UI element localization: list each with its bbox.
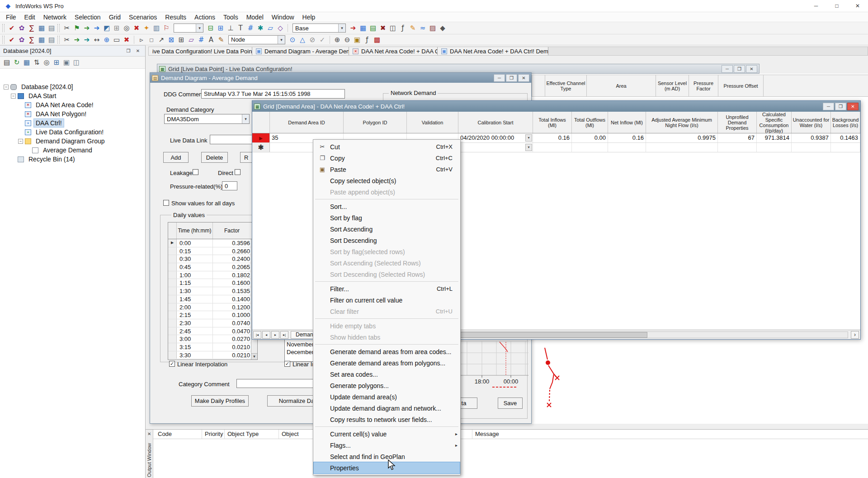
close-button[interactable]: ✕ [847,0,868,12]
direct-checkbox[interactable] [235,169,241,175]
sum-icon[interactable]: ∑ [27,24,37,33]
factor-cell[interactable]: 0.1600 [213,279,251,287]
first-tab-icon[interactable]: |◂ [253,331,261,339]
chevron-down-icon[interactable]: ▾ [338,24,345,32]
grid-cell[interactable]: 0.00 [572,133,608,142]
tree-expand-icon[interactable]: − [4,85,9,90]
column-header-total-outflows-ml[interactable]: Total Outflows (Ml) [572,112,608,133]
scenario-combo[interactable]: Base▾ [292,24,346,33]
tree-item-daa-start[interactable]: −DAA Start [0,91,145,100]
run-icon[interactable]: ➔ [348,24,358,33]
factor-cell[interactable]: 0.1200 [213,303,251,311]
close-panel-icon[interactable]: ✕ [134,47,142,55]
tree-item-average-demand[interactable]: Average Demand [0,146,145,155]
show-values-checkbox[interactable] [163,200,169,206]
factor-cell[interactable]: 0.0210 [213,343,251,351]
scrollbar-thumb[interactable] [456,332,647,338]
tree-item-live-data-configuration[interactable]: ●Live Data Configuration! [0,128,145,137]
time-cell[interactable]: 3:30 [177,351,213,359]
grid-cell[interactable]: 0.9387 [792,133,831,142]
new-window-icon[interactable]: ⊞ [112,24,122,33]
more-tools-icon[interactable]: ◆ [438,24,448,33]
report-icon[interactable]: ▤ [368,24,378,33]
menu-item-results[interactable]: Results [161,12,190,22]
time-cell[interactable]: 0:45 [177,263,213,271]
grid-cell[interactable]: 67 [718,133,757,142]
make-daily-profiles-button[interactable]: Make Daily Profiles [191,395,249,407]
open-list-icon[interactable]: ▤ [47,35,57,44]
db-refresh-icon[interactable]: ↻ [12,58,22,67]
network-options-icon[interactable]: ✿ [17,35,27,44]
menu-item-show-hidden-tabs[interactable]: Show hidden tabs [314,331,460,343]
window-select-icon[interactable]: ⊠ [166,35,176,44]
digitise-icon[interactable]: ✎ [216,35,226,44]
menu-item-generate-polygons[interactable]: Generate polygons... [314,380,460,391]
layers-icon[interactable]: ▥ [151,24,161,33]
factor-cell[interactable]: 0.0270 [213,335,251,343]
time-cell[interactable]: 2:30 [177,319,213,327]
leakage-checkbox[interactable] [193,169,198,175]
restore-icon[interactable]: ❐ [506,74,517,82]
grid-cell[interactable] [757,143,792,152]
delete-object-icon[interactable]: ✖ [122,35,132,44]
label-icon[interactable]: A [206,35,216,44]
prev-tab-icon[interactable]: ◂ [262,331,270,339]
zoom-in-icon[interactable]: ⊕ [332,35,342,44]
column-header-net-inflow-ml[interactable]: Net Inflow (Ml) [608,112,646,133]
validate-icon[interactable]: ✔ [7,24,17,33]
maximize-button[interactable]: □ [826,0,847,12]
tree-expand-icon[interactable]: − [11,94,16,99]
db-expand-icon[interactable]: ⊞ [52,58,61,67]
menu-item-filter-on-current-cell-value[interactable]: Filter on current cell value [314,294,460,306]
column-header-pressure-offset[interactable]: Pressure Offset [718,75,764,97]
link-icon[interactable]: △ [297,35,307,44]
menu-item-sort-ascending[interactable]: Sort Ascending [314,223,460,235]
line-style-combo[interactable]: ▾ [174,24,203,33]
polygon-icon[interactable]: ▱ [265,24,275,33]
menu-item-window[interactable]: Window [268,12,298,22]
grid-cell[interactable]: 04/20/2020 00:00:00▾ [458,133,533,142]
flag-outline-icon[interactable]: ⚐ [161,24,171,33]
minimize-icon[interactable]: ─ [823,103,834,110]
grid-cell[interactable]: 0.9975 [646,133,718,142]
mdi-tab-4[interactable]: ▦DAA Net Area Code! + DAA Ctrl! Demand A… [438,47,548,55]
menu-item-paste[interactable]: ▣PasteCtrl+V [314,164,460,175]
grid-cell[interactable]: ▾ [458,143,533,152]
add-button[interactable]: Add [163,152,189,163]
menu-item-select-and-find-in-geoplan[interactable]: Select and find in GeoPlan [314,451,460,462]
mesh-select-icon[interactable]: # [196,35,206,44]
close-icon[interactable]: ✕ [847,103,859,110]
menu-item-update-demand-area-s[interactable]: Update demand area(s) [314,391,460,402]
column-header-effective-channel-type[interactable]: Effective Channel Type [545,75,587,97]
polygon-select-icon[interactable]: ▱ [186,35,196,44]
menu-item-sort-by-flag[interactable]: Sort by flag [314,212,460,223]
menu-item-cut[interactable]: ✂CutCtrl+X [314,141,460,152]
pin-icon[interactable]: ❐ [124,47,132,55]
time-cell[interactable]: 2:45 [177,327,213,335]
totals-icon[interactable]: ∑ [27,35,37,44]
menu-item-help[interactable]: Help [298,12,320,22]
flag-theme-icon[interactable]: ▩ [372,35,382,44]
menu-item-selection[interactable]: Selection [71,12,105,22]
list-view-icon[interactable]: ▤ [47,24,57,33]
factor-cell[interactable]: 0.2660 [213,247,251,255]
time-cell[interactable]: 1:30 [177,287,213,295]
pointer-icon[interactable]: ▹ [137,35,146,44]
add-object-icon[interactable]: ⊕ [102,35,112,44]
tree-expand-icon[interactable]: − [18,139,23,144]
db-tree-icon[interactable]: ▦ [22,58,32,67]
time-cell[interactable]: 2:00 [177,303,213,311]
tree-item-recycle-bin-14[interactable]: Recycle Bin (14) [0,155,145,164]
next-tab-icon[interactable]: ▸ [271,331,279,339]
demand-window-titlebar[interactable]: ▤ Demand Diagram - Average Demand ─ ❐ ✕ [150,73,531,83]
factor-cell[interactable]: 0.2065 [213,263,251,271]
menu-item-copy-selected-object-s[interactable]: Copy selected object(s) [314,175,460,186]
time-cell[interactable]: 0:00 [177,239,213,247]
flag-icon[interactable]: ⚑ [72,24,82,33]
factor-cell[interactable]: 0.2400 [213,255,251,263]
zoom-extents-icon[interactable]: ▣ [352,35,362,44]
column-header-polygon-id[interactable]: Polygon ID [344,112,407,133]
factor-cell[interactable]: 0.1400 [213,295,251,303]
disable-icon[interactable]: ⊘ [307,35,317,44]
menu-item-update-demand-diagram-and-network[interactable]: Update demand diagram and network... [314,402,460,414]
